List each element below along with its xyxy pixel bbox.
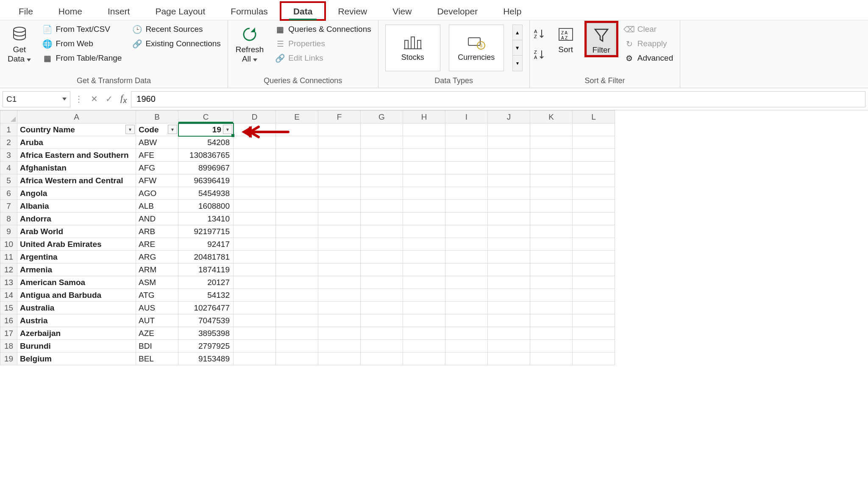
cell-B8[interactable]: AND (136, 213, 178, 225)
tab-home[interactable]: Home (46, 2, 95, 20)
cell-L19[interactable] (573, 353, 615, 365)
cell-A9[interactable]: Arab World (17, 225, 136, 238)
cell-E13[interactable] (276, 276, 318, 289)
cell-C3[interactable]: 130836765 (178, 149, 234, 162)
cell-A18[interactable]: Burundi (17, 340, 136, 353)
cell-I15[interactable] (445, 302, 488, 314)
cell-D8[interactable] (234, 213, 276, 225)
from-table-range-button[interactable]: ▦From Table/Range (40, 52, 124, 64)
col-header-F[interactable]: F (318, 111, 361, 123)
cell-L13[interactable] (573, 276, 615, 289)
cell-J10[interactable] (488, 238, 530, 251)
cell-L5[interactable] (573, 174, 615, 187)
cell-E17[interactable] (276, 327, 318, 340)
cell-G4[interactable] (361, 162, 403, 174)
cell-C19[interactable]: 9153489 (178, 353, 234, 365)
cell-C14[interactable]: 54132 (178, 289, 234, 302)
row-header-1[interactable]: 1 (0, 123, 17, 136)
cell-H7[interactable] (403, 200, 445, 213)
cell-E16[interactable] (276, 314, 318, 327)
cell-D1[interactable] (234, 123, 276, 136)
cell-D5[interactable] (234, 174, 276, 187)
cell-A7[interactable]: Albania (17, 200, 136, 213)
tab-insert[interactable]: Insert (95, 2, 143, 20)
cell-I13[interactable] (445, 276, 488, 289)
cell-A15[interactable]: Australia (17, 302, 136, 314)
cell-G17[interactable] (361, 327, 403, 340)
row-header-10[interactable]: 10 (0, 238, 17, 251)
cell-J19[interactable] (488, 353, 530, 365)
row-header-6[interactable]: 6 (0, 187, 17, 200)
cell-E11[interactable] (276, 251, 318, 263)
cell-A1[interactable]: Country Name ▼ (17, 123, 136, 136)
cell-F8[interactable] (318, 213, 361, 225)
cell-A11[interactable]: Argentina (17, 251, 136, 263)
cell-K2[interactable] (530, 136, 573, 149)
cell-K7[interactable] (530, 200, 573, 213)
row-header-7[interactable]: 7 (0, 200, 17, 213)
cell-J11[interactable] (488, 251, 530, 263)
row-header-16[interactable]: 16 (0, 314, 17, 327)
cell-B10[interactable]: ARE (136, 238, 178, 251)
cell-H17[interactable] (403, 327, 445, 340)
col-header-C[interactable]: C (178, 111, 234, 123)
cell-D7[interactable] (234, 200, 276, 213)
cell-H2[interactable] (403, 136, 445, 149)
row-header-11[interactable]: 11 (0, 251, 17, 263)
cell-E14[interactable] (276, 289, 318, 302)
cell-L9[interactable] (573, 225, 615, 238)
cell-E18[interactable] (276, 340, 318, 353)
cell-L17[interactable] (573, 327, 615, 340)
data-types-scroll-up[interactable]: ▲ (513, 25, 522, 40)
cell-F18[interactable] (318, 340, 361, 353)
cell-I10[interactable] (445, 238, 488, 251)
col-header-G[interactable]: G (361, 111, 403, 123)
cell-H16[interactable] (403, 314, 445, 327)
from-web-button[interactable]: 🌐From Web (40, 37, 124, 50)
cell-A12[interactable]: Armenia (17, 263, 136, 276)
cell-K19[interactable] (530, 353, 573, 365)
cell-F3[interactable] (318, 149, 361, 162)
cell-H1[interactable] (403, 123, 445, 136)
cell-J16[interactable] (488, 314, 530, 327)
cell-L3[interactable] (573, 149, 615, 162)
cell-B2[interactable]: ABW (136, 136, 178, 149)
cell-C16[interactable]: 7047539 (178, 314, 234, 327)
cell-E5[interactable] (276, 174, 318, 187)
cell-F14[interactable] (318, 289, 361, 302)
sort-desc-icon[interactable]: ZA (534, 49, 545, 62)
grid[interactable]: A B C D E F G H I J K L 1 Country Name ▼ (0, 110, 615, 365)
cell-G2[interactable] (361, 136, 403, 149)
cell-L15[interactable] (573, 302, 615, 314)
properties-button[interactable]: ☰Properties (273, 37, 373, 50)
fx-icon[interactable]: fx (120, 92, 127, 105)
cell-B12[interactable]: ARM (136, 263, 178, 276)
cell-I14[interactable] (445, 289, 488, 302)
cell-F12[interactable] (318, 263, 361, 276)
cell-K6[interactable] (530, 187, 573, 200)
row-header-14[interactable]: 14 (0, 289, 17, 302)
cell-B19[interactable]: BEL (136, 353, 178, 365)
cell-F15[interactable] (318, 302, 361, 314)
cell-E4[interactable] (276, 162, 318, 174)
row-header-2[interactable]: 2 (0, 136, 17, 149)
advanced-filter-button[interactable]: ⚙Advanced (622, 52, 676, 64)
row-header-17[interactable]: 17 (0, 327, 17, 340)
cell-J1[interactable] (488, 123, 530, 136)
cell-H8[interactable] (403, 213, 445, 225)
cell-A8[interactable]: Andorra (17, 213, 136, 225)
cell-A19[interactable]: Belgium (17, 353, 136, 365)
cell-H4[interactable] (403, 162, 445, 174)
cell-K13[interactable] (530, 276, 573, 289)
cell-I4[interactable] (445, 162, 488, 174)
cell-D15[interactable] (234, 302, 276, 314)
cell-J14[interactable] (488, 289, 530, 302)
cell-G13[interactable] (361, 276, 403, 289)
sort-button[interactable]: Z AA Z Sort (551, 23, 581, 54)
col-header-K[interactable]: K (530, 111, 573, 123)
row-header-9[interactable]: 9 (0, 225, 17, 238)
cell-D17[interactable] (234, 327, 276, 340)
cell-L7[interactable] (573, 200, 615, 213)
existing-connections-button[interactable]: 🔗Existing Connections (130, 37, 223, 50)
tab-data[interactable]: Data (281, 2, 326, 20)
